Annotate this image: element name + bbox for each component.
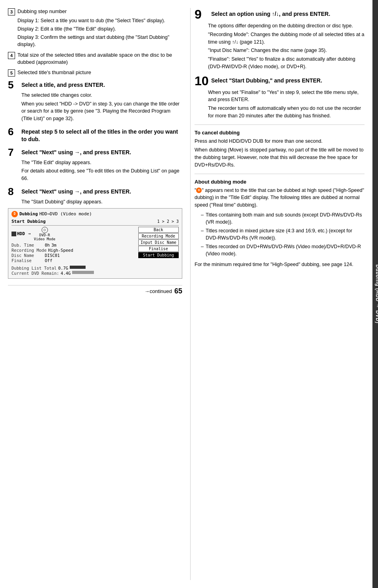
item-3-block: 3 Dubbing step number Display 1: Select …: [8, 8, 182, 48]
step-9-body-2: "Recording Mode": Changes the dubbing mo…: [208, 31, 365, 46]
step-5-body-1: The selected title changes color.: [21, 92, 182, 99]
screenshot-main-left: HDD → ○ DVD-R Video Mode Dub. Tim: [11, 227, 136, 276]
step-8-title: Select "Next" using →, and press ENTER.: [21, 186, 131, 195]
step-5-heading: 5 Select a title, and press ENTER.: [8, 80, 182, 90]
screenshot-right-buttons: Back Recording Mode Input Disc Name Fina…: [138, 227, 179, 276]
ss-dubbing-list-label: Dubbing List Total: [11, 266, 57, 270]
step-9-block: 9 Select an option using ↑/↓, and press …: [195, 8, 365, 71]
main-content: 3 Dubbing step number Display 1: Select …: [0, 0, 372, 588]
step-6-heading: 6 Repeat step 5 to select all of the tit…: [8, 126, 182, 143]
section-divider-1: [195, 124, 365, 125]
step-7-body: The "Title Edit" display appears. For de…: [21, 159, 182, 182]
left-column: 3 Dubbing step number Display 1: Select …: [8, 8, 190, 580]
item-3-sub-3: Display 3: Confirm the settings and star…: [17, 34, 182, 48]
ss-recording-mode-row: Recording Mode High-Speed: [11, 248, 136, 253]
dubbing-icon: D: [11, 211, 18, 217]
item-4-block: 4 Total size of the selected titles and …: [8, 52, 182, 66]
ss-current-dvd-row: Current DVD Remain: 4.4G: [11, 271, 136, 276]
cancel-body-2: When dubbing (Move) is stopped partway, …: [195, 146, 365, 169]
item-3-num: 3: [8, 8, 15, 15]
sidebar-tab: Dubbing (HDD → DVD): [372, 0, 378, 588]
ss-dub-time-val1: 0h: [45, 243, 50, 247]
step-6-block: 6 Repeat step 5 to select all of the tit…: [8, 126, 182, 143]
ss-btn-finalise[interactable]: Finalise: [138, 246, 179, 252]
item-4: 4 Total size of the selected titles and …: [8, 52, 182, 66]
step-5-num: 5: [8, 80, 19, 90]
step-6-num: 6: [8, 126, 19, 137]
ss-dubbing-list-val: 0.7G: [58, 266, 68, 270]
ss-dubbing-bar: [70, 266, 86, 269]
screenshot-divider: [11, 225, 179, 226]
hdd-icon: [11, 232, 16, 236]
step-6-title: Repeat step 5 to select all of the title…: [21, 126, 182, 143]
dubbing-speed-icon: D: [196, 188, 202, 193]
step-8-block: 8 Select "Next" using →, and press ENTER…: [8, 186, 182, 279]
ss-dub-time-label: Dub. Time: [11, 243, 43, 247]
step-10-block: 10 Select "Start Dubbing," and press ENT…: [195, 75, 365, 120]
step-7-num: 7: [8, 147, 19, 157]
ss-btn-back[interactable]: Back: [138, 227, 179, 233]
item-5-item: 5 Selected title's thumbnail picture: [8, 69, 182, 77]
page-footer: →continued 65: [8, 285, 182, 295]
screenshot-mode-detail: HDD→DVD (Video mode): [39, 211, 92, 216]
about-bullet-2: Titles recorded in mixed picture size (4…: [201, 227, 365, 241]
item-5-title: Selected title's thumbnail picture: [17, 69, 91, 76]
step-8-body-1: The "Start Dubbing" display appears.: [21, 198, 182, 206]
ss-dub-time-row: Dub. Time 0h 3m: [11, 243, 136, 247]
step-5-block: 5 Select a title, and press ENTER. The s…: [8, 80, 182, 123]
screenshot-mode-label: Dubbing: [19, 211, 38, 216]
ss-disc-name-row: Disc Name DISC01: [11, 253, 136, 258]
start-dubbing-label: Start Dubbing: [11, 219, 46, 224]
item-3: 3 Dubbing step number: [8, 8, 182, 15]
step-7-body-2: For details about editing, see "To edit …: [21, 167, 182, 182]
step-9-body-1: The options differ depending on the dubb…: [208, 22, 365, 30]
step-9-title: Select an option using ↑/↓, and press EN…: [211, 8, 330, 18]
about-intro: "D" appears next to the title that can b…: [195, 187, 365, 209]
ss-finalise-val: Off: [45, 258, 52, 263]
ss-disc-name-val: DISC01: [45, 253, 60, 258]
item-3-title: Dubbing step number: [17, 8, 67, 15]
about-heading: About dubbing mode: [195, 179, 365, 185]
screenshot-device-row: HDD → ○ DVD-R Video Mode: [11, 227, 136, 241]
about-bullet-3: Titles recorded on DVD+RWs/DVD-RWs (Vide…: [201, 243, 365, 257]
screenshot-header-left: D Dubbing HDD→DVD (Video mode): [11, 211, 92, 217]
about-footer: For the minimum required time for "High-…: [195, 261, 365, 268]
ss-disc-name-label: Disc Name: [11, 253, 43, 258]
item-3-sub-2: Display 2: Edit a title (the "Title Edit…: [17, 25, 182, 33]
step-5-title: Select a title, and press ENTER.: [21, 80, 105, 89]
screenshot-box: D Dubbing HDD→DVD (Video mode) Start Dub…: [8, 208, 182, 279]
cancel-heading: To cancel dubbing: [195, 130, 365, 136]
about-bullets: Titles containing both main and sub soun…: [201, 211, 365, 258]
continued-text: →continued: [145, 288, 172, 294]
ss-btn-recording-mode[interactable]: Recording Mode: [138, 233, 179, 239]
screenshot-header: D Dubbing HDD→DVD (Video mode): [11, 211, 179, 217]
step-10-heading: 10 Select "Start Dubbing," and press ENT…: [195, 75, 365, 87]
step-5-body-2: When you select "HDD -> DVD" in step 3, …: [21, 100, 182, 123]
step-7-block: 7 Select "Next" using →, and press ENTER…: [8, 147, 182, 182]
step-8-body: The "Start Dubbing" display appears.: [21, 198, 182, 206]
step-7-title: Select "Next" using →, and press ENTER.: [21, 147, 131, 156]
item-4-title: Total size of the selected titles and av…: [17, 52, 182, 66]
item-3-sub-1: Display 1: Select a title you want to du…: [17, 17, 182, 24]
dvdr-icon: ○: [42, 227, 48, 233]
step-9-body-3: "Input Disc Name": Changes the disc name…: [208, 47, 365, 54]
ss-btn-start-dubbing[interactable]: Start Dubbing: [138, 252, 179, 258]
ss-finalise-row: Finalise Off: [11, 258, 136, 263]
ss-finalise-label: Finalise: [11, 258, 43, 263]
item-4-num: 4: [8, 52, 15, 59]
step-indicator: 1 > 2 > 3: [157, 219, 179, 224]
dvdr-label: DVD-R: [39, 233, 50, 237]
step-9-num: 9: [195, 8, 209, 21]
cancel-body-1: Press and hold HDD/DVD DUB for more than…: [195, 138, 365, 145]
dvdr-info: ○ DVD-R Video Mode: [34, 227, 55, 241]
right-column: 9 Select an option using ↑/↓, and press …: [190, 8, 365, 580]
item-5-block: 5 Selected title's thumbnail picture: [8, 69, 182, 77]
ss-recording-mode-val: High-Speed: [48, 248, 73, 253]
page-container: 3 Dubbing step number Display 1: Select …: [0, 0, 378, 588]
item-5-num: 5: [8, 69, 15, 77]
ss-btn-input-disc[interactable]: Input Disc Name: [138, 239, 179, 245]
ss-current-dvd-val: 4.4G: [61, 271, 71, 276]
ss-dvd-bar: [72, 271, 94, 274]
step-9-body-4: "Finalise": Select "Yes" to finalize a d…: [208, 56, 365, 71]
ss-dub-time-val2: 3m: [52, 243, 57, 247]
